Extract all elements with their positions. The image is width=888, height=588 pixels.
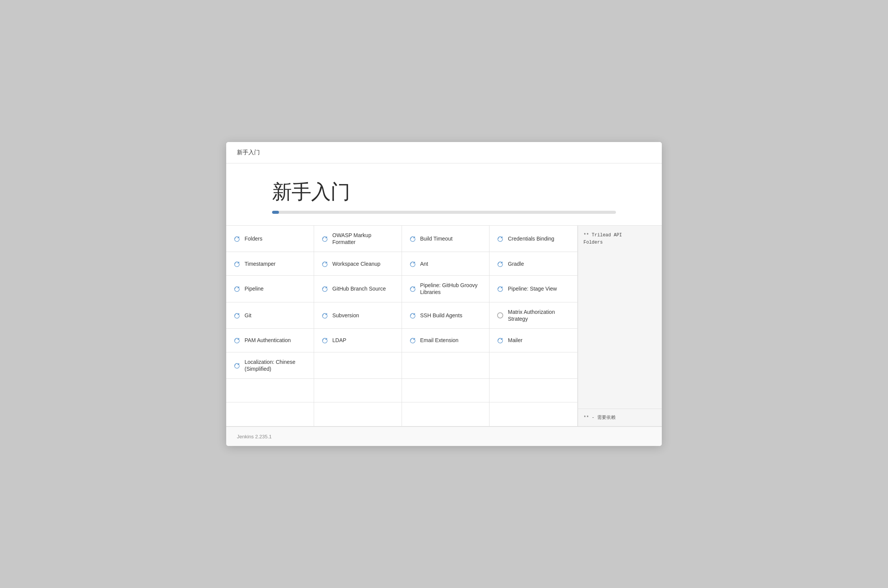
refresh-icon: [233, 362, 241, 369]
plugin-cell-subversion[interactable]: Subversion: [314, 302, 402, 329]
plugin-name-credentials-binding: Credentials Binding: [508, 235, 554, 242]
plugin-name-github-branch-source: GitHub Branch Source: [332, 285, 386, 292]
plugin-cell-email-extension[interactable]: Email Extension: [402, 329, 490, 352]
page-heading: 新手入门: [272, 179, 616, 205]
refresh-icon: [321, 312, 329, 319]
plugin-cell-gradle[interactable]: Gradle: [489, 252, 577, 276]
refresh-icon: [409, 285, 416, 292]
plugin-name-workspace-cleanup: Workspace Cleanup: [332, 260, 381, 267]
refresh-icon: [496, 260, 504, 268]
plugin-name-gradle: Gradle: [508, 260, 524, 267]
spacer-cell: [489, 402, 577, 426]
empty-plugin-cell: [489, 352, 577, 379]
empty-plugin-cell: [402, 352, 490, 379]
refresh-icon: [233, 235, 241, 242]
plugin-name-ant: Ant: [420, 260, 428, 267]
plugin-name-pam-auth: PAM Authentication: [245, 337, 291, 344]
refresh-icon: [321, 285, 329, 292]
refresh-icon: [321, 336, 329, 344]
plugin-name-pipeline: Pipeline: [245, 285, 264, 292]
plugin-name-email-extension: Email Extension: [420, 337, 459, 344]
plugin-name-git: Git: [245, 312, 251, 319]
plugin-name-ldap: LDAP: [332, 337, 347, 344]
spacer-cell: [226, 402, 314, 426]
main-window: 新手入门 新手入门 Folders OWASP Markup Formatter…: [226, 142, 662, 446]
plugin-cell-folders[interactable]: Folders: [226, 226, 314, 252]
plugin-name-mailer: Mailer: [508, 337, 522, 344]
plugin-name-owasp-markup-formatter: OWASP Markup Formatter: [332, 232, 395, 246]
plugin-name-localization-chinese: Localization: Chinese (Simplified): [245, 359, 307, 372]
plugin-cell-pipeline[interactable]: Pipeline: [226, 276, 314, 302]
plugin-cell-github-branch-source[interactable]: GitHub Branch Source: [314, 276, 402, 302]
spacer-cell: [314, 402, 402, 426]
plugin-cell-matrix-auth[interactable]: Matrix Authorization Strategy: [489, 302, 577, 329]
version-label: Jenkins 2.235.1: [237, 434, 272, 439]
plugin-cell-ldap[interactable]: LDAP: [314, 329, 402, 352]
plugin-name-ssh-build-agents: SSH Build Agents: [420, 312, 463, 319]
refresh-icon: [496, 336, 504, 344]
refresh-icon: [409, 336, 416, 344]
plugin-name-pipeline-stage-view: Pipeline: Stage View: [508, 285, 557, 292]
plugin-cell-ssh-build-agents[interactable]: SSH Build Agents: [402, 302, 490, 329]
plugin-name-matrix-auth: Matrix Authorization Strategy: [508, 309, 570, 322]
plugin-name-timestamper: Timestamper: [245, 260, 275, 267]
window-title: 新手入门: [237, 149, 260, 155]
plugin-cell-owasp-markup-formatter[interactable]: OWASP Markup Formatter: [314, 226, 402, 252]
refresh-icon: [321, 235, 329, 242]
refresh-icon: [233, 285, 241, 292]
circle-icon: [496, 312, 504, 319]
progress-bar-fill: [272, 211, 279, 214]
plugin-cell-pam-auth[interactable]: PAM Authentication: [226, 329, 314, 352]
plugin-cell-localization-chinese[interactable]: Localization: Chinese (Simplified): [226, 352, 314, 379]
plugin-cell-mailer[interactable]: Mailer: [489, 329, 577, 352]
plugins-section: Folders OWASP Markup Formatter Build Tim…: [226, 226, 662, 427]
plugin-cell-pipeline-stage-view[interactable]: Pipeline: Stage View: [489, 276, 577, 302]
titlebar: 新手入门: [226, 142, 662, 163]
spacer-cell: [226, 379, 314, 402]
refresh-icon: [496, 235, 504, 242]
refresh-icon: [496, 285, 504, 292]
refresh-icon: [409, 312, 416, 319]
plugin-name-subversion: Subversion: [332, 312, 359, 319]
plugin-cell-timestamper[interactable]: Timestamper: [226, 252, 314, 276]
refresh-icon: [233, 336, 241, 344]
spacer-cell: [489, 379, 577, 402]
plugin-cell-workspace-cleanup[interactable]: Workspace Cleanup: [314, 252, 402, 276]
refresh-icon: [409, 260, 416, 268]
refresh-icon: [321, 260, 329, 268]
plugin-cell-credentials-binding[interactable]: Credentials Binding: [489, 226, 577, 252]
plugins-grid: Folders OWASP Markup Formatter Build Tim…: [226, 226, 578, 426]
empty-plugin-cell: [314, 352, 402, 379]
hero-section: 新手入门: [226, 163, 662, 226]
refresh-icon: [233, 312, 241, 319]
sidebar-note-line2: Folders: [583, 239, 656, 246]
plugin-name-pipeline-github-groovy: Pipeline: GitHub Groovy Libraries: [420, 282, 483, 296]
sidebar-panel: ** Trilead API Folders: [578, 226, 662, 409]
progress-bar-container: [272, 211, 616, 214]
sidebar-footnote: ** - 需要依赖: [578, 409, 662, 426]
plugin-cell-git[interactable]: Git: [226, 302, 314, 329]
footer: Jenkins 2.235.1: [226, 426, 662, 446]
sidebar-note-line1: ** Trilead API: [583, 232, 656, 239]
spacer-cell: [314, 379, 402, 402]
refresh-icon: [409, 235, 416, 242]
plugin-cell-build-timeout[interactable]: Build Timeout: [402, 226, 490, 252]
plugin-name-build-timeout: Build Timeout: [420, 235, 453, 242]
plugin-cell-pipeline-github-groovy[interactable]: Pipeline: GitHub Groovy Libraries: [402, 276, 490, 302]
right-panel-wrapper: ** Trilead API Folders ** - 需要依赖: [578, 226, 662, 426]
refresh-icon: [233, 260, 241, 268]
spacer-cell: [402, 402, 490, 426]
plugin-cell-ant[interactable]: Ant: [402, 252, 490, 276]
plugin-name-folders: Folders: [245, 235, 263, 242]
spacer-cell: [402, 379, 490, 402]
